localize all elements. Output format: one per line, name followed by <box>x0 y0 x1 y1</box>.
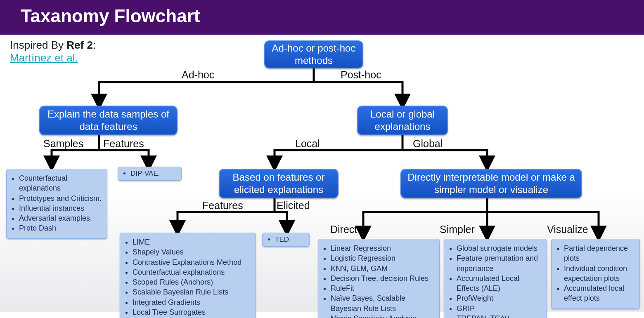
box-features-local-methods: LIMEShapely ValuesContrastive Explanatio… <box>120 233 256 318</box>
list-item: TREPAN, TCAV <box>457 313 542 318</box>
list-item: Partial dependence plots <box>564 243 635 264</box>
label-local: Local <box>295 138 320 150</box>
list-item: Scoped Rules (Anchors) <box>133 277 251 287</box>
list-visualize-methods: Partial dependence plotsIndividual condi… <box>555 243 635 304</box>
label-elicited: Elicited <box>277 200 310 212</box>
list-item: Scalable Bayesian Rule Lists <box>133 287 251 297</box>
list-item: Shapely Values <box>133 247 251 257</box>
list-item: Prototypes and Criticism. <box>19 193 102 203</box>
label-features: Features <box>103 138 144 150</box>
list-item: RuleFit <box>331 283 434 293</box>
list-item: Morris Sensitivity Analysis <box>331 313 434 318</box>
node-root: Ad-hoc or post-hoc methods <box>264 40 363 68</box>
list-item: Influential instances <box>19 203 102 213</box>
list-item: Local Tree Surrogates <box>133 307 251 317</box>
node-based: Based on features or elicited explanatio… <box>219 169 339 198</box>
list-features-methods: DIP-VAE. <box>121 170 175 178</box>
list-item: LIME <box>133 237 251 247</box>
list-item: Accumulated Local Effects (ALE) <box>457 273 542 294</box>
page-title: Taxanomy Flowchart <box>0 0 644 35</box>
reference-link[interactable]: Martínez et al. <box>10 52 78 64</box>
list-features-local-methods: LIMEShapely ValuesContrastive Explanatio… <box>123 237 251 318</box>
list-item: Decision Tree, decision Rules <box>331 273 434 283</box>
list-item: DIP-VAE. <box>130 170 175 178</box>
list-item: ProfWeight <box>457 293 542 303</box>
label-visualize: Visualize <box>547 224 588 236</box>
list-item: Counterfactual explanations <box>133 267 251 277</box>
box-direct-methods: Linear RegressionLogistic RegressionKNN,… <box>318 239 440 318</box>
box-elicited-methods: TED <box>262 233 310 247</box>
node-direct: Directly interpretable model or make a s… <box>400 169 582 198</box>
list-item: Global surrogate models <box>457 243 542 253</box>
node-local-global: Local or global explanations <box>357 106 448 135</box>
box-visualize-methods: Partial dependence plotsIndividual condi… <box>551 239 640 309</box>
node-explain: Explain the data samples of data feature… <box>39 106 178 135</box>
list-item: Contrastive Explanations Method <box>133 257 251 267</box>
label-simpler: Simpler <box>440 224 475 236</box>
box-simpler-methods: Global surrogate modelsFeature premutati… <box>444 239 547 318</box>
label-adhoc: Ad-hoc <box>182 69 214 81</box>
box-samples-methods: Counterfactual explanationsPrototypes an… <box>6 169 107 239</box>
label-features2: Features <box>202 200 243 212</box>
box-features-methods: DIP-VAE. <box>118 167 182 181</box>
list-item: Counterfactual explanations <box>19 173 102 193</box>
label-direct: Direct <box>330 224 357 236</box>
reference-prefix: Inspired By <box>10 39 66 51</box>
reference-bold: Ref 2 <box>66 39 93 51</box>
list-direct-methods: Linear RegressionLogistic RegressionKNN,… <box>322 243 434 318</box>
list-item: Integrated Gradients <box>133 297 251 307</box>
list-elicited-methods: TED <box>266 236 303 244</box>
list-samples-methods: Counterfactual explanationsPrototypes an… <box>10 173 102 233</box>
list-item: Individual condition expectation plots <box>564 264 635 284</box>
list-item: Accumulated local effect plots <box>564 283 635 304</box>
list-item: KNN, GLM, GAM <box>331 264 434 273</box>
list-item: Logistic Regression <box>331 253 434 263</box>
list-item: Naïve Bayes, Scalable Bayesian Rule List… <box>331 293 434 313</box>
label-global: Global <box>413 138 443 150</box>
reference-text: Inspired By Ref 2: Martínez et al. <box>10 39 96 64</box>
list-item: Proto Dash <box>19 223 102 233</box>
label-posthoc: Post-hoc <box>341 69 381 81</box>
label-samples: Samples <box>43 138 83 150</box>
flowchart-canvas: Inspired By Ref 2: Martínez et al. <box>0 35 644 312</box>
list-item: TED <box>275 236 303 244</box>
list-item: Adversarial examples. <box>19 213 102 223</box>
list-item: Linear Regression <box>331 243 434 253</box>
list-item: Feature premutation and importance <box>457 253 542 273</box>
list-simpler-methods: Global surrogate modelsFeature premutati… <box>447 243 542 318</box>
list-item: GRIP <box>457 304 542 313</box>
